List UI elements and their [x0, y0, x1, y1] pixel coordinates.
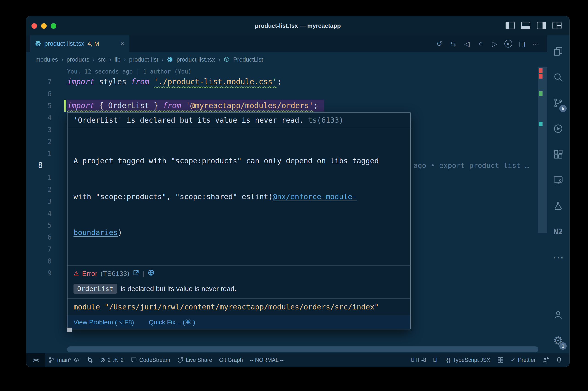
codestream-status[interactable]: CodeStream [127, 353, 174, 367]
comment-bubble-icon [130, 357, 137, 363]
code-editor[interactable]: You, 12 seconds ago | 1 author (You) 7 6… [26, 67, 547, 353]
view-problem-action[interactable]: View Problem (⌥F8) [74, 318, 134, 326]
change-indicator-icon[interactable]: ○ [475, 38, 486, 49]
breadcrumb-item-file[interactable]: product-list.tsx [177, 56, 215, 63]
code-token: import [67, 101, 94, 110]
codestream-label: CodeStream [139, 357, 170, 363]
code-line-import-styles[interactable]: import styles from './product-list.modul… [67, 76, 282, 88]
remote-indicator[interactable]: >< [26, 353, 45, 367]
layout-customize-icon[interactable] [552, 22, 562, 30]
warning-count: 2 [121, 357, 124, 363]
settings-gear-icon[interactable]: ⚙ 1 [547, 328, 569, 353]
breadcrumb-item-src[interactable]: src [98, 56, 106, 63]
ports-status[interactable] [494, 353, 507, 367]
grid-icon [497, 357, 504, 363]
line-number: 4 [26, 207, 52, 219]
nx-console-icon[interactable]: N2 [547, 219, 569, 244]
problems-status[interactable]: ⊘ 2 ⚠ 2 [97, 353, 127, 367]
tab-product-list[interactable]: product-list.tsx 4, M × [30, 35, 129, 52]
vim-mode-status[interactable]: -- NORMAL -- [247, 353, 287, 367]
tab-bar: product-list.tsx 4, M × ↺ ⇆ ◁ ○ ▷ ▶ ◫ ⋯ [26, 35, 547, 52]
breadcrumb-item-product-list[interactable]: product-list [129, 56, 158, 63]
live-share-contacts-status[interactable] [539, 353, 552, 367]
split-editor-icon[interactable]: ◫ [516, 38, 528, 49]
remote-explorer-icon[interactable] [547, 167, 569, 193]
scm-badge: 5 [559, 105, 567, 112]
lint-text: ) [118, 228, 122, 237]
source-control-icon[interactable]: 5 [547, 90, 569, 116]
play-icon: ▶ [504, 40, 512, 48]
test-beaker-icon[interactable] [547, 193, 569, 219]
error-count: 2 [107, 357, 110, 363]
breadcrumb-item-modules[interactable]: modules [35, 56, 58, 63]
git-graph-label: Git Graph [219, 357, 243, 363]
error-icon: ⊘ [100, 357, 105, 364]
toggle-panel-right-icon[interactable] [537, 22, 546, 30]
line-number: 1 [26, 171, 52, 183]
eslint-rule-link[interactable]: boundaries [74, 228, 118, 237]
account-icon[interactable] [547, 302, 569, 328]
module-path: "/Users/juri/nrwl/content/myreactapp/mod… [100, 302, 379, 311]
live-share-status[interactable]: Live Share [174, 353, 216, 367]
close-tab-icon[interactable]: × [120, 39, 125, 48]
tab-problems-badge: 4, M [87, 40, 99, 47]
overview-ruler[interactable] [538, 67, 547, 353]
hover-title-message: 'OrderList' is declared but its value is… [74, 116, 304, 124]
search-icon[interactable] [547, 64, 569, 90]
minimize-window-button[interactable] [41, 23, 47, 29]
open-external-icon[interactable] [133, 269, 139, 278]
git-graph-status[interactable]: Git Graph [216, 353, 247, 367]
encoding-status[interactable]: UTF-8 [407, 353, 429, 367]
toggle-panel-left-icon[interactable] [505, 22, 515, 30]
inline-git-blame: ago • export product list … [414, 159, 529, 171]
code-token-string: '@myreactapp/modules/orders' [186, 101, 314, 110]
run-file-icon[interactable]: ▶ [503, 38, 514, 49]
line-number: 5 [26, 219, 52, 231]
toggle-panel-bottom-icon[interactable] [521, 22, 530, 30]
more-views-icon[interactable]: ⋯ [547, 244, 569, 270]
more-actions-icon[interactable]: ⋯ [530, 38, 541, 49]
line-number: 6 [26, 88, 52, 100]
git-codelens[interactable]: You, 12 seconds ago | 1 author (You) [67, 68, 192, 76]
hover-ts-code: ts(6133) [304, 116, 343, 124]
warning-triangle-icon: ⚠ [74, 270, 79, 277]
next-change-icon[interactable]: ▷ [489, 38, 500, 49]
bell-icon [556, 357, 562, 363]
horizontal-scrollbar[interactable] [67, 346, 538, 352]
line-number: 7 [26, 76, 52, 88]
breadcrumb-item-symbol[interactable]: ProductList [233, 56, 263, 63]
eslint-rule-link[interactable]: @nx/enforce-module- [273, 192, 357, 201]
run-debug-icon[interactable] [547, 116, 569, 142]
previous-change-icon[interactable]: ◁ [461, 38, 472, 49]
git-branch-status[interactable]: main* [45, 353, 83, 367]
explorer-icon[interactable] [547, 39, 569, 64]
hover-error-section: ⚠ Error(TS6133) | OrderList is declared … [68, 266, 410, 298]
close-window-button[interactable] [31, 23, 37, 29]
hover-actions: View Problem (⌥F8) Quick Fix... (⌘.) [68, 315, 410, 329]
globe-icon[interactable] [148, 269, 155, 278]
error-label: Error [82, 270, 97, 278]
notifications-status[interactable] [552, 353, 566, 367]
code-token: import [67, 77, 94, 86]
code-token: from [131, 77, 154, 86]
code-line-import-orderlist[interactable]: import { OrderList } from '@myreactapp/m… [67, 100, 318, 112]
breadcrumb-item-lib[interactable]: lib [115, 56, 121, 63]
error-mark [539, 68, 543, 73]
settings-badge: 1 [559, 342, 567, 350]
language-mode-status[interactable]: {} TypeScript JSX [443, 353, 494, 367]
hover-resize-handle[interactable] [67, 328, 72, 332]
quick-fix-action[interactable]: Quick Fix... (⌘.) [149, 318, 195, 326]
line-number: 3 [26, 124, 52, 136]
code-token-string: './product-list.module.css' [154, 77, 277, 86]
eol-status[interactable]: LF [429, 353, 443, 367]
react-icon [35, 40, 41, 47]
diagnostic-hover-popup: 'OrderList' is declared but its value is… [67, 112, 411, 329]
code-token: ; [277, 77, 282, 86]
breadcrumb-item-products[interactable]: products [67, 56, 89, 63]
zoom-window-button[interactable] [51, 23, 56, 29]
compare-branches-status[interactable] [83, 353, 97, 367]
prettier-status[interactable]: ✓ Prettier [507, 353, 539, 367]
timeline-history-icon[interactable]: ↺ [434, 38, 445, 49]
extensions-icon[interactable] [547, 142, 569, 167]
git-compare-icon[interactable]: ⇆ [448, 38, 459, 49]
